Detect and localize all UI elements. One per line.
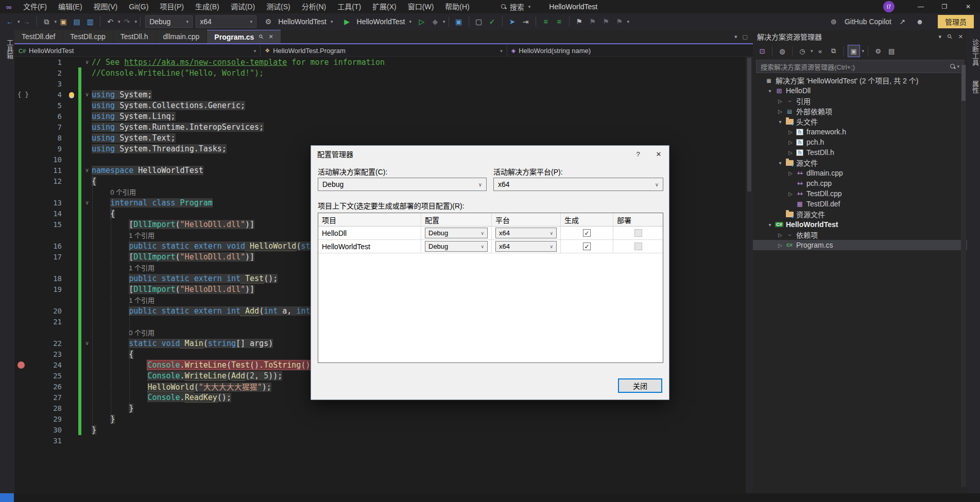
build-checkbox[interactable]: ✓ [583,229,591,237]
indent-decrease-button[interactable]: ≡ [540,15,552,28]
gutter-breakpoint-column[interactable] [14,392,35,403]
gutter-breakpoint-column[interactable] [14,186,35,197]
codelens-references[interactable]: 0 个引用 [110,188,136,196]
find-in-files-button[interactable]: ▣ [453,15,465,28]
tree-expander-icon[interactable]: ▷ [777,109,784,114]
breadcrumb-project-dropdown[interactable]: C# HelloWorldTest ▾ [14,45,261,56]
dialog-close-icon[interactable]: ✕ [648,146,669,162]
gutter-breakpoint-column[interactable] [14,230,35,240]
minimize-button[interactable]: — [909,0,933,13]
tree-expander-icon[interactable]: ▷ [777,243,784,248]
fold-toggle[interactable]: ∨ [82,199,92,206]
gutter-breakpoint-column[interactable] [14,132,35,143]
chevron-down-icon[interactable]: ▾ [18,19,20,24]
tree-item--helloworldtest-2-2-[interactable]: ▦解决方案 'HelloWorldTest' (2 个项目, 共 2 个) [753,75,967,85]
document-tab[interactable]: Program.cs⚲✕ [207,30,280,43]
gutter-breakpoint-column[interactable] [14,359,35,370]
chevron-down-icon[interactable]: ▾ [55,19,57,24]
editor-scrollbar[interactable] [746,57,753,493]
share-icon[interactable]: ↗ [896,15,908,28]
open-file-button[interactable]: ▣ [57,15,70,28]
fold-toggle[interactable]: ∨ [82,167,92,174]
gutter-breakpoint-column[interactable] [14,413,35,424]
tree-expander-icon[interactable]: ▾ [777,160,784,166]
gutter-breakpoint-column[interactable] [14,305,35,316]
tree-item-pch.cpp[interactable]: ++pch.cpp [753,178,967,188]
gutter-breakpoint-column[interactable] [14,370,35,381]
solution-configuration-dropdown[interactable]: Debug▾ [145,15,193,28]
pin-icon[interactable]: ⚲ [945,32,954,41]
tree-item-testdll.h[interactable]: ▷hTestDll.h [753,147,967,158]
start-without-debugging-button[interactable]: ▷ [416,15,428,28]
tree-item-testdll.def[interactable]: ▦TestDll.def [753,199,967,209]
navigate-forward-button[interactable]: → [21,15,33,28]
tree-expander-icon[interactable]: ▷ [777,98,784,104]
gutter-breakpoint-column[interactable] [14,327,35,338]
tab-close-icon[interactable]: ✕ [268,33,273,40]
gutter-breakpoint-column[interactable] [14,273,35,284]
breakpoint-icon[interactable] [18,361,25,369]
tree-expander-icon[interactable]: ▾ [766,88,773,94]
gutter-breakpoint-column[interactable] [14,143,35,154]
copilot-icon[interactable]: ⊚ [828,15,840,28]
editor-line[interactable]: 2//Console.WriteLine("Hello, World!"); [14,67,746,78]
tree-item-framework.h[interactable]: ▷hframework.h [753,127,967,137]
fold-toggle[interactable]: ∨ [82,340,92,347]
preview-selected-items-icon[interactable]: ▤ [885,45,898,57]
show-all-files-icon[interactable]: ▣ [848,45,860,57]
gutter-breakpoint-column[interactable] [14,240,35,251]
next-bookmark-button[interactable]: ⚑ [600,15,612,28]
tree-item-program.cs[interactable]: ▷C#Program.cs [753,240,967,250]
deploy-checkbox[interactable] [634,229,642,237]
gutter-breakpoint-column[interactable] [14,219,35,230]
panel-close-icon[interactable]: ✕ [958,33,963,40]
editor-line[interactable]: 30} [14,424,746,435]
pointer-mode-button[interactable]: ➤ [506,15,519,28]
document-tab[interactable]: dllmain.cpp [156,30,207,43]
editor-line[interactable]: 5using System.Collections.Generic; [14,100,746,111]
gutter-breakpoint-column[interactable] [14,403,35,413]
chevron-down-icon[interactable]: ▾ [862,48,865,54]
menu-item[interactable]: 项目(P) [154,0,190,13]
pin-icon[interactable]: ⚲ [257,33,265,41]
tree-item--[interactable]: ▷▤外部依赖项 [753,106,967,116]
right-vertical-tab[interactable]: 属性 [967,75,980,99]
toolbar-overflow-icon[interactable]: ▾ [627,19,630,24]
tree-expander-icon[interactable]: ▷ [787,150,794,155]
menu-item[interactable]: 视图(V) [88,0,124,13]
sync-with-active-document-icon[interactable]: ⧉ [828,45,840,57]
attach-process-button[interactable]: ⇥ [520,15,532,28]
menu-item[interactable]: 生成(B) [190,0,225,13]
close-button[interactable]: ✕ [956,0,980,13]
breadcrumb-type-dropdown[interactable]: ❖ HelloWorldTest.Program ▾ [261,45,507,56]
deploy-checkbox[interactable] [634,243,642,250]
gutter-breakpoint-column[interactable] [14,176,35,186]
new-project-button[interactable]: ⧉ [41,15,53,28]
chevron-down-icon[interactable]: ▾ [135,19,137,24]
menu-item[interactable]: 编辑(E) [53,0,88,13]
solution-explorer-search[interactable]: 搜索解决方案资源管理器(Ctrl+;) ▾ [756,60,964,73]
fold-toggle[interactable]: ∨ [82,59,92,65]
clear-bookmarks-button[interactable]: ⚑ [613,15,626,28]
menu-item[interactable]: 扩展(X) [367,0,402,13]
dialog-close-button[interactable]: 关闭 [618,378,662,393]
right-vertical-tab[interactable]: 诊断工具 [967,34,980,71]
indent-increase-button[interactable]: ≡ [553,15,565,28]
gutter-breakpoint-column[interactable]: { } [14,89,35,100]
gutter-breakpoint-column[interactable] [14,100,35,111]
chevron-down-icon[interactable]: ▾ [811,48,813,54]
tree-expander-icon[interactable]: ▷ [787,129,794,135]
editor-line[interactable]: 31 [14,435,746,446]
build-checkbox[interactable]: ✓ [583,243,591,250]
editor-line[interactable]: { }4∨using System; [14,89,746,100]
collapse-all-icon[interactable]: « [814,45,827,57]
editor-line[interactable]: 29 } [14,413,746,424]
spell-check-button[interactable]: ✓ [486,15,498,28]
properties-wrench-icon[interactable]: ⚙ [872,45,884,57]
project-config-dropdown[interactable]: Debug∨ [425,241,488,252]
gutter-breakpoint-column[interactable] [14,284,35,295]
menu-item[interactable]: Git(G) [123,0,154,13]
panel-menu-chevron-icon[interactable]: ▾ [938,33,941,40]
gutter-breakpoint-column[interactable] [14,262,35,273]
maximize-button[interactable]: ❐ [933,0,956,13]
